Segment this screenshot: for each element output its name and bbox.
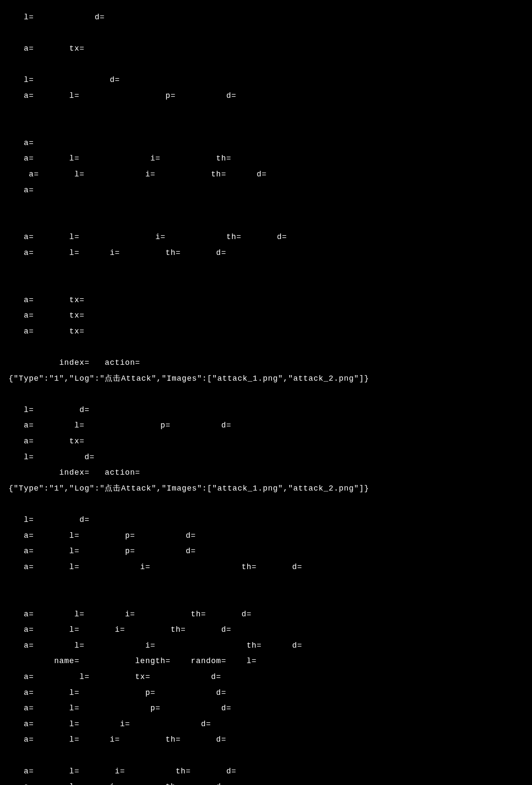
terminal-line: a= l= i= th= d=	[9, 638, 523, 654]
terminal-line	[9, 214, 523, 230]
terminal-line: a=	[9, 135, 523, 151]
terminal-line: l= d=	[9, 449, 523, 465]
terminal-line: a= l= i= d=	[9, 716, 523, 732]
terminal-output: l= d= a= tx= l= d= a= l= p= d= a= a= l= …	[0, 0, 532, 785]
terminal-line: a= tx=	[9, 41, 523, 57]
terminal-line: a= l= p= d=	[9, 543, 523, 559]
terminal-line: a= l= p= d=	[9, 418, 523, 433]
terminal-line	[9, 25, 523, 41]
terminal-line: a= l= i= th=	[9, 151, 523, 167]
terminal-line: index= action=	[9, 465, 523, 481]
terminal-line: a= l= p= d=	[9, 685, 523, 701]
terminal-line	[9, 57, 523, 73]
terminal-line: a= tx=	[9, 308, 523, 324]
terminal-line: l= d=	[9, 9, 523, 25]
terminal-line: a= l= i= th= d=	[9, 167, 523, 182]
terminal-line: a= l= p= d=	[9, 700, 523, 716]
terminal-line: a= l= i= th= d=	[9, 229, 523, 245]
terminal-line: a= tx=	[9, 433, 523, 449]
terminal-line	[9, 496, 523, 512]
terminal-line	[9, 575, 523, 591]
terminal-line: a= l= i= th= d=	[9, 245, 523, 261]
terminal-line: a= l= i= th= d=	[9, 764, 523, 779]
terminal-line: l= d=	[9, 512, 523, 528]
terminal-line	[9, 198, 523, 214]
terminal-line: name= length= random= l=	[9, 653, 523, 669]
terminal-line: index= action=	[9, 355, 523, 371]
terminal-line	[9, 748, 523, 764]
terminal-line: a= l= tx= d=	[9, 669, 523, 685]
terminal-line: a= l= i= th= d=	[9, 732, 523, 748]
terminal-line	[9, 104, 523, 120]
terminal-line: a=	[9, 182, 523, 198]
terminal-line	[9, 591, 523, 606]
terminal-line: a= tx=	[9, 324, 523, 339]
terminal-line	[9, 386, 523, 402]
terminal-line: a= l= i= th= d=	[9, 559, 523, 575]
terminal-line: a= l= i= th= d=	[9, 606, 523, 622]
terminal-line: {"Type":"1","Log":"点击Attack","Images":["…	[9, 371, 523, 387]
terminal-line	[9, 261, 523, 277]
terminal-line: {"Type":"1","Log":"点击Attack","Images":["…	[9, 481, 523, 497]
terminal-line: a= l= i= th= d=	[9, 622, 523, 638]
terminal-line	[9, 119, 523, 135]
terminal-line: a= tx=	[9, 292, 523, 308]
terminal-line: a= l= p= d=	[9, 528, 523, 544]
terminal-line	[9, 339, 523, 355]
terminal-line: a= l= i= th= d=	[9, 779, 523, 785]
terminal-line	[9, 276, 523, 292]
terminal-line: a= l= p= d=	[9, 88, 523, 104]
terminal-line: l= d=	[9, 402, 523, 418]
terminal-line: l= d=	[9, 72, 523, 88]
